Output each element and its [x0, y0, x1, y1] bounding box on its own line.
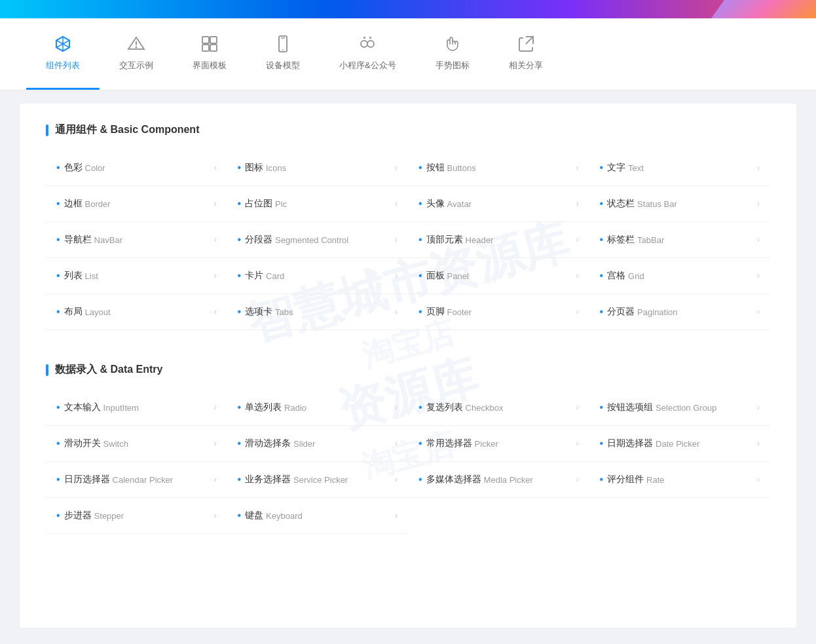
list-item-slider[interactable]: • 滑动选择条 Slider › [227, 426, 409, 462]
list-item-avatar[interactable]: • 头像 Avatar › [408, 186, 589, 222]
item-label-picker: • 常用选择器 Picker [418, 438, 498, 449]
tab-templates[interactable]: 界面模板 [173, 18, 246, 90]
list-item-calendarpicker[interactable]: • 日历选择器 Calendar Picker › [46, 462, 227, 498]
item-label-pagination: • 分页器 Pagination [600, 306, 678, 318]
nav-container: 组件列表 交互示例 界面模板 [0, 18, 816, 90]
list-item-grid[interactable]: • 宫格 Grid › [589, 258, 771, 294]
item-arrow-list: › [214, 271, 217, 280]
list-item-pagination[interactable]: • 分页器 Pagination › [589, 294, 771, 330]
list-item-rate[interactable]: • 评分组件 Rate › [589, 462, 771, 498]
tab-components-label: 组件列表 [46, 60, 80, 71]
list-item-buttons[interactable]: • 按钮 Buttons › [408, 150, 589, 186]
item-zh-color: 色彩 [64, 162, 83, 174]
tab-components[interactable]: 组件列表 [26, 18, 100, 90]
list-item-switch[interactable]: • 滑动开关 Switch › [46, 426, 227, 462]
list-item-color[interactable]: • 色彩 Color › [46, 150, 227, 186]
item-label-tabbar: • 标签栏 TabBar [600, 234, 665, 246]
item-en-segmented: Segmented Control [275, 235, 348, 245]
item-label-datepicker: • 日期选择器 Date Picker [600, 438, 700, 449]
list-item-checkbox[interactable]: • 复选列表 Checkbox › [408, 390, 589, 426]
list-item-tabbar[interactable]: • 标签栏 TabBar › [589, 222, 771, 258]
item-dot-calendarpicker: • [56, 474, 60, 485]
item-zh-card: 卡片 [245, 270, 263, 282]
list-item-card[interactable]: • 卡片 Card › [227, 258, 409, 294]
list-item-stepper[interactable]: • 步进器 Stepper › [46, 498, 227, 534]
list-item-tabs[interactable]: • 选项卡 Tabs › [227, 294, 409, 330]
item-zh-pic: 占位图 [245, 198, 272, 210]
tab-miniapp[interactable]: 小程序&公众号 [320, 18, 416, 90]
section-dataentry-title: 数据录入 & Data Entry [46, 363, 770, 377]
item-arrow-datepicker: › [757, 439, 760, 448]
list-item-selectiongroup[interactable]: • 按钮选项组 Selection Group › [589, 390, 771, 426]
tab-devices[interactable]: 设备模型 [246, 18, 320, 90]
item-dot-navbar: • [56, 234, 60, 246]
item-arrow-icons: › [395, 163, 398, 172]
item-zh-radio: 单选列表 [245, 402, 282, 413]
item-en-servicepicker: Service Picker [293, 475, 348, 485]
item-zh-rate: 评分组件 [607, 474, 644, 485]
item-en-tabs: Tabs [275, 307, 293, 317]
list-item-border[interactable]: • 边框 Border › [46, 186, 227, 222]
item-zh-layout: 布局 [64, 306, 83, 318]
list-item-layout[interactable]: • 布局 Layout › [46, 294, 227, 330]
list-item-text[interactable]: • 文字 Text › [589, 150, 771, 186]
tab-gesture[interactable]: 手势图标 [416, 18, 489, 90]
main-content: 智慧城市资源库 淘宝店 资源库 淘宝店 通用组件 & Basic Compone… [20, 104, 796, 628]
interaction-icon [127, 35, 145, 56]
item-label-buttons: • 按钮 Buttons [418, 162, 476, 174]
item-label-stepper: • 步进器 Stepper [56, 510, 124, 521]
item-dot-header: • [418, 234, 422, 246]
item-zh-datepicker: 日期选择器 [607, 438, 653, 449]
list-item-icons[interactable]: • 图标 Icons › [227, 150, 409, 186]
item-en-card: Card [266, 271, 284, 281]
list-item-header[interactable]: • 顶部元素 Header › [408, 222, 589, 258]
item-zh-calendarpicker: 日历选择器 [64, 474, 110, 485]
item-arrow-servicepicker: › [395, 475, 398, 484]
section-basic-title: 通用组件 & Basic Component [46, 123, 770, 137]
svg-rect-3 [202, 37, 209, 43]
item-dot-mediapicker: • [418, 474, 422, 485]
list-item-pic[interactable]: • 占位图 Pic › [227, 186, 409, 222]
tab-miniapp-label: 小程序&公众号 [339, 60, 396, 71]
list-item-inputitem[interactable]: • 文本输入 InputItem › [46, 390, 227, 426]
components-icon [54, 35, 72, 56]
item-dot-icons: • [238, 162, 242, 174]
item-arrow-tabbar: › [757, 235, 760, 244]
item-label-radio: • 单选列表 Radio [238, 402, 307, 413]
list-item-navbar[interactable]: • 导航栏 NavBar › [46, 222, 227, 258]
item-zh-text: 文字 [607, 162, 625, 174]
item-en-avatar: Avatar [447, 199, 472, 209]
item-arrow-keyboard: › [395, 511, 398, 520]
item-label-checkbox: • 复选列表 Checkbox [418, 402, 503, 413]
list-item-list[interactable]: • 列表 List › [46, 258, 227, 294]
item-label-panel: • 面板 Panel [418, 270, 469, 282]
item-dot-pagination: • [600, 306, 604, 318]
item-dot-grid: • [600, 270, 604, 282]
item-dot-rate: • [600, 474, 604, 485]
item-arrow-inputitem: › [214, 403, 217, 412]
item-en-buttons: Buttons [447, 163, 476, 173]
tab-share[interactable]: 相关分享 [489, 18, 563, 90]
list-item-keyboard[interactable]: • 键盘 Keyboard › [227, 498, 409, 534]
list-item-segmented[interactable]: • 分段器 Segmented Control › [227, 222, 409, 258]
top-bar-decoration [711, 0, 816, 18]
list-item-footer[interactable]: • 页脚 Footer › [408, 294, 589, 330]
list-item-datepicker[interactable]: • 日期选择器 Date Picker › [589, 426, 771, 462]
list-item-panel[interactable]: • 面板 Panel › [408, 258, 589, 294]
item-zh-buttons: 按钮 [426, 162, 445, 174]
list-item-statusbar[interactable]: • 状态栏 Status Bar › [589, 186, 771, 222]
item-arrow-switch: › [214, 439, 217, 448]
templates-icon [200, 35, 219, 56]
list-item-radio[interactable]: • 单选列表 Radio › [227, 390, 409, 426]
list-item-picker[interactable]: • 常用选择器 Picker › [408, 426, 589, 462]
list-item-servicepicker[interactable]: • 业务选择器 Service Picker › [227, 462, 409, 498]
item-arrow-text: › [757, 163, 760, 172]
item-label-keyboard: • 键盘 Keyboard [238, 510, 303, 521]
item-label-card: • 卡片 Card [238, 270, 285, 282]
item-en-datepicker: Date Picker [656, 439, 699, 449]
item-arrow-grid: › [757, 271, 760, 280]
tab-interaction[interactable]: 交互示例 [100, 18, 173, 90]
item-arrow-footer: › [576, 307, 579, 316]
gesture-icon [443, 35, 462, 56]
list-item-mediapicker[interactable]: • 多媒体选择器 Media Picker › [408, 462, 589, 498]
